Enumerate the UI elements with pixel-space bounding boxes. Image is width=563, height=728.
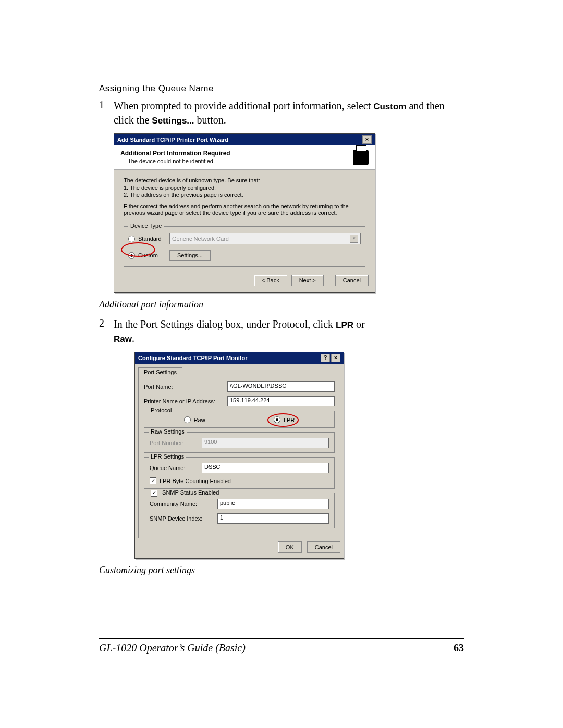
wizard-body-line1: The detected device is of unknown type. … [124,177,365,183]
cancel-button[interactable]: Cancel [335,275,369,286]
label-port-name: Port Name: [144,384,227,390]
wizard-title: Add Standard TCP/IP Printer Port Wizard [117,137,228,143]
settings-button[interactable]: Settings... [169,250,211,261]
input-port-name[interactable]: \\GL-WONDER\DSSC [227,381,335,392]
checkbox-lpr-byte-counting[interactable] [150,477,156,484]
snmp-legend: SNMP Status Enabled [149,489,221,497]
step-1-number: 1 [99,99,114,127]
wizard-body-line4: Either correct the address and perform a… [124,203,365,216]
ok-button[interactable]: OK [278,541,302,553]
port-monitor-title: Configure Standard TCP/IP Port Monitor [138,355,247,361]
radio-custom[interactable] [128,252,135,259]
close-icon[interactable]: × [331,354,340,362]
help-icon[interactable]: ? [321,354,330,362]
input-queue-name[interactable]: DSSC [202,463,329,473]
wizard-dialog: Add Standard TCP/IP Printer Port Wizard … [114,133,375,293]
lpr-settings-group: LPR Settings Queue Name: DSSC LPR Byte C… [144,457,335,489]
wizard-banner-heading: Additional Port Information Required [120,150,230,157]
input-snmp-device-index[interactable]: 1 [217,513,329,524]
tab-port-settings[interactable]: Port Settings [138,367,182,376]
page-number: 63 [454,642,464,654]
step-2-bold-lpr: LPR [336,320,353,330]
wizard-banner-sub: The device could not be identified. [128,158,230,164]
radio-raw-label: Raw [194,417,205,423]
wizard-body-line2: 1. The device is properly configured. [124,184,365,191]
label-community-name: Community Name: [150,501,217,507]
step-1-text: When prompted to provide additional port… [114,99,464,127]
input-ip-address[interactable]: 159.119.44.224 [227,396,335,406]
printer-icon [353,150,369,165]
section-heading: Assigning the Queue Name [99,83,464,94]
radio-standard[interactable] [128,236,135,242]
standard-dropdown-value: Generic Network Card [172,236,229,242]
label-ip-address: Printer Name or IP Address: [144,398,227,404]
radio-raw[interactable] [184,416,191,423]
step-1-bold-custom: Custom [373,102,406,112]
label-lpr-byte-counting: LPR Byte Counting Enabled [160,478,231,484]
label-snmp-enabled: SNMP Status Enabled [162,489,219,496]
radio-lpr[interactable] [274,416,280,423]
step-2-number: 2 [99,317,114,346]
label-snmp-device-index: SNMP Device Index: [150,515,217,522]
figure-1-caption: Additional port information [99,299,464,310]
radio-lpr-label: LPR [284,417,295,423]
cancel-button[interactable]: Cancel [307,541,340,553]
step-2-mid: or [353,318,365,330]
step-2-prefix: In the Port Settings dialog box, under P… [114,318,336,330]
chevron-down-icon: ▾ [350,235,358,243]
wizard-titlebar: Add Standard TCP/IP Printer Port Wizard … [114,134,375,145]
radio-custom-label: Custom [138,252,169,258]
standard-dropdown[interactable]: Generic Network Card ▾ [169,233,361,244]
footer-rule [99,638,464,639]
figure-2-caption: Customizing port settings [99,565,464,576]
label-port-number: Port Number: [150,440,202,446]
protocol-legend: Protocol [149,407,174,413]
wizard-body-line3: 2. The address on the previous page is c… [124,192,365,198]
close-icon[interactable]: × [362,135,372,144]
snmp-group: SNMP Status Enabled Community Name: publ… [144,493,335,528]
raw-settings-group: Raw Settings Port Number: 9100 [144,432,335,453]
step-1-bold-settings: Settings... [152,116,194,126]
protocol-group: Protocol Raw LPR [144,411,335,428]
device-type-legend: Device Type [128,223,164,229]
step-2-bold-raw: Raw [114,334,132,344]
step-1-prefix: When prompted to provide additional port… [114,100,373,112]
input-community-name[interactable]: public [217,499,329,509]
device-type-group: Device Type Standard Generic Network Car… [124,226,365,267]
raw-settings-legend: Raw Settings [149,428,187,435]
checkbox-snmp-enabled[interactable] [151,490,157,497]
port-monitor-dialog: Configure Standard TCP/IP Port Monitor ?… [134,352,344,559]
step-2-suffix: . [132,332,134,344]
input-port-number: 9100 [202,438,329,448]
next-button[interactable]: Next > [291,275,324,286]
back-button[interactable]: < Back [254,275,287,286]
step-2-text: In the Port Settings dialog box, under P… [114,317,464,346]
footer-doc-title: GL-1020 Operator’s Guide (Basic) [99,642,246,654]
radio-standard-label: Standard [138,236,169,242]
label-queue-name: Queue Name: [150,465,202,471]
step-1-suffix: button. [194,114,226,126]
lpr-settings-legend: LPR Settings [149,453,186,460]
port-monitor-titlebar: Configure Standard TCP/IP Port Monitor ?… [135,352,344,364]
